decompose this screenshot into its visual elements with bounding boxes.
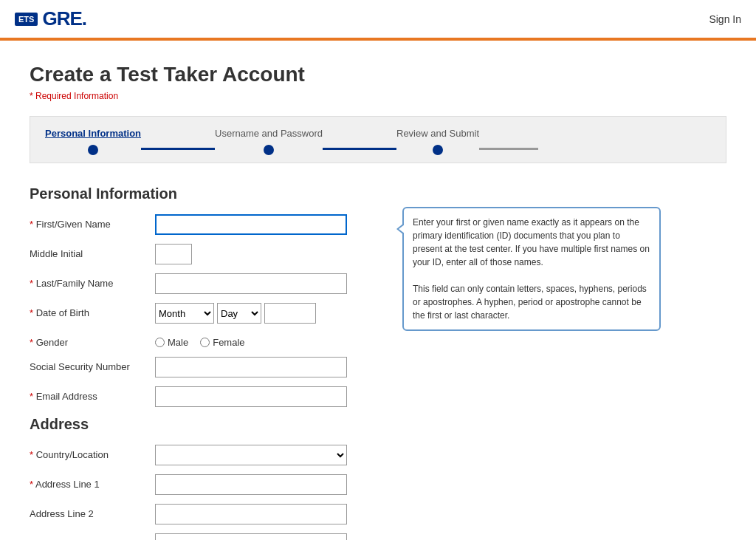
country-row: Country/Location [30, 445, 726, 465]
city-field [155, 533, 347, 540]
address2-row: Address Line 2 [30, 504, 726, 524]
city-row: City [30, 533, 726, 540]
step-label-personal-info: Personal Information [45, 128, 141, 139]
gender-female-option[interactable]: Female [200, 337, 244, 348]
tooltip-text-2: This field can only contain letters, spa… [413, 282, 650, 322]
ssn-field [155, 357, 347, 377]
last-family-name-field [155, 273, 347, 294]
step-username-password[interactable]: Username and Password [215, 128, 323, 155]
middle-initial-input[interactable] [155, 244, 192, 264]
ssn-label: Social Security Number [30, 357, 155, 372]
dob-inputs: Month JanuaryFebruaryMarch AprilMayJune … [155, 303, 316, 324]
step-line-3 [479, 148, 538, 150]
first-given-name-label: First/Given Name [30, 214, 155, 230]
tooltip-box: Enter your first or given name exactly a… [402, 207, 661, 331]
main-content: Create a Test Taker Account Required Inf… [0, 41, 756, 540]
ssn-row: Social Security Number [30, 357, 726, 377]
gender-male-label: Male [168, 337, 188, 348]
ssn-input[interactable] [155, 357, 347, 377]
logo-area: ETS GRE. [15, 7, 86, 30]
step-indicator-1 [88, 145, 98, 155]
middle-initial-field [155, 244, 192, 264]
sign-in-link[interactable]: Sign In [709, 13, 741, 25]
step-indicator-2 [264, 145, 274, 155]
personal-info-title: Personal Information [30, 185, 726, 202]
step-line-1 [141, 148, 215, 150]
address1-field [155, 474, 347, 495]
step-personal-info[interactable]: Personal Information [45, 128, 141, 155]
dob-label: Date of Birth [30, 303, 155, 318]
city-input[interactable] [155, 533, 347, 540]
first-given-name-field [155, 214, 347, 235]
step-indicator-3 [433, 145, 443, 155]
email-row: Email Address [30, 386, 726, 407]
address-title: Address [30, 416, 726, 433]
country-field [155, 445, 347, 465]
last-family-name-label: Last/Family Name [30, 273, 155, 289]
ets-logo: ETS [15, 13, 38, 26]
required-info: Required Information [30, 91, 726, 101]
email-field [155, 386, 347, 407]
address-section: Address Country/Location Address Line 1 … [30, 416, 726, 540]
country-select[interactable] [155, 445, 347, 465]
country-label: Country/Location [30, 445, 155, 460]
first-given-name-input[interactable] [155, 214, 347, 235]
gender-female-radio[interactable] [200, 338, 210, 347]
gender-row: Gender Male Female [30, 332, 726, 348]
dob-year-input[interactable] [264, 303, 316, 324]
gre-logo: GRE. [42, 7, 86, 30]
steps-container: Personal Information Username and Passwo… [30, 116, 726, 163]
step-line-2 [323, 148, 396, 150]
address1-input[interactable] [155, 474, 347, 495]
page-title: Create a Test Taker Account [30, 63, 726, 86]
step-label-username: Username and Password [215, 128, 323, 139]
gender-male-radio[interactable] [155, 338, 165, 347]
address2-field [155, 504, 347, 524]
gender-female-label: Female [213, 337, 244, 348]
address2-label: Address Line 2 [30, 504, 155, 519]
first-given-name-row: First/Given Name ◄ Enter your first or g… [30, 214, 726, 235]
step-review-submit[interactable]: Review and Submit [396, 128, 479, 155]
tooltip-text-1: Enter your first or given name exactly a… [413, 216, 650, 269]
gender-male-option[interactable]: Male [155, 337, 188, 348]
header: ETS GRE. Sign In [0, 0, 756, 41]
address1-label: Address Line 1 [30, 474, 155, 490]
dob-day-select[interactable]: Day 123456789101112131415161718192021222… [217, 303, 261, 324]
last-family-name-input[interactable] [155, 273, 347, 294]
email-label: Email Address [30, 386, 155, 402]
city-label: City [30, 533, 155, 540]
dob-month-select[interactable]: Month JanuaryFebruaryMarch AprilMayJune … [155, 303, 214, 324]
address2-input[interactable] [155, 504, 347, 524]
step-label-review: Review and Submit [396, 128, 479, 139]
personal-information-section: Personal Information First/Given Name ◄ … [30, 185, 726, 407]
address1-row: Address Line 1 [30, 474, 726, 495]
middle-initial-label: Middle Initial [30, 244, 155, 259]
email-input[interactable] [155, 386, 347, 407]
gender-label: Gender [30, 332, 155, 348]
gender-options: Male Female [155, 332, 245, 348]
